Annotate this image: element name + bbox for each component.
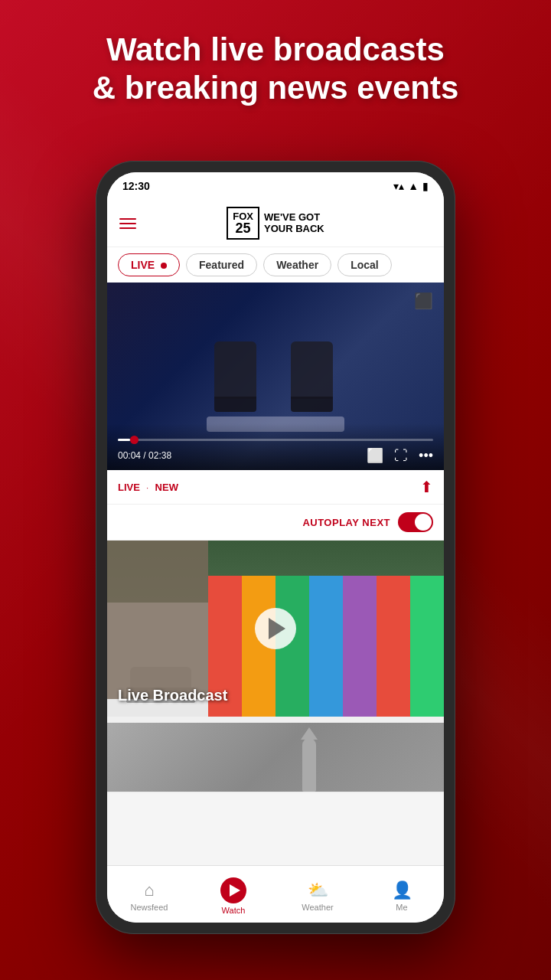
hamburger-button[interactable] — [119, 218, 136, 229]
tab-local[interactable]: Local — [337, 253, 392, 276]
bottom-nav: ⌂ Newsfeed Watch ⛅ Weather 👤 Me — [107, 865, 444, 923]
video-card-2[interactable] — [107, 723, 444, 792]
status-icons: ▾▴ ▲ ▮ — [393, 180, 429, 192]
fullscreen-icon[interactable]: ⛶ — [394, 448, 408, 464]
nav-weather[interactable]: ⛅ Weather — [276, 874, 360, 912]
more-options-icon[interactable]: ••• — [419, 448, 433, 464]
play-button[interactable] — [255, 608, 296, 649]
chair-right — [291, 341, 337, 418]
subtitles-icon[interactable]: ⬜ — [367, 447, 383, 464]
control-icons: ⬜ ⛶ ••• — [367, 447, 433, 464]
live-info-bar: LIVE · NEW ⬆ — [107, 470, 444, 505]
hero-text: Watch live broadcasts & breaking news ev… — [0, 31, 551, 108]
autoplay-toggle[interactable] — [398, 512, 433, 532]
nav-newsfeed-label: Newsfeed — [131, 903, 168, 912]
live-dot — [161, 263, 167, 269]
signal-icon: ▲ — [408, 180, 419, 192]
studio-scene — [199, 332, 352, 432]
tab-weather[interactable]: Weather — [263, 253, 331, 276]
video-controls: 00:04 / 02:38 ⬜ ⛶ ••• — [107, 423, 444, 470]
autoplay-row: AUTOPLAY NEXT — [107, 505, 444, 541]
dot-separator: · — [146, 484, 148, 492]
share-icon[interactable]: ⬆ — [420, 478, 433, 496]
phone-screen: 12:30 ▾▴ ▲ ▮ FOX 25 WE'VE GOT Y — [107, 172, 444, 923]
tab-featured[interactable]: Featured — [186, 253, 257, 276]
live-badge: LIVE — [118, 482, 140, 493]
toggle-thumb — [415, 514, 432, 531]
nav-me-label: Me — [396, 903, 407, 912]
live-new-badges: LIVE · NEW — [118, 480, 178, 494]
video-thumbnail-2 — [107, 723, 444, 792]
logo-tagline: WE'VE GOT YOUR BACK — [264, 212, 324, 234]
nav-weather-label: Weather — [302, 903, 333, 912]
progress-dot — [130, 436, 139, 444]
watch-circle — [220, 877, 246, 903]
time-display: 00:04 / 02:38 — [118, 450, 171, 461]
tab-live[interactable]: LIVE — [118, 253, 180, 276]
home-icon: ⌂ — [144, 880, 154, 900]
video-card-label: Live Broadcast — [118, 687, 227, 704]
cast-icon[interactable]: ⬛ — [414, 292, 433, 310]
hero-line1: Watch live broadcasts — [106, 31, 445, 67]
logo-num: 25 — [233, 221, 253, 235]
app-logo: FOX 25 WE'VE GOT YOUR BACK — [227, 207, 324, 240]
fox25-logo-box: FOX 25 — [227, 207, 259, 240]
weather-icon: ⛅ — [308, 880, 328, 900]
watch-play-icon — [230, 884, 240, 897]
nav-watch[interactable]: Watch — [191, 871, 276, 915]
battery-icon: ▮ — [422, 180, 429, 192]
nav-newsfeed[interactable]: ⌂ Newsfeed — [107, 874, 191, 912]
video-thumbnail-1: Live Broadcast — [107, 541, 444, 717]
nav-me[interactable]: 👤 Me — [360, 874, 444, 912]
chair-left — [214, 341, 260, 418]
video-card-1[interactable]: Live Broadcast — [107, 541, 444, 717]
video-player[interactable]: ⬛ 00:04 / 02:38 ⬜ ⛶ ••• — [107, 283, 444, 470]
nav-watch-label: Watch — [222, 906, 246, 915]
status-time: 12:30 — [122, 180, 150, 192]
tabs-bar: LIVE Featured Weather Local — [107, 247, 444, 283]
new-badge: NEW — [155, 482, 178, 493]
hero-line2: & breaking news events — [93, 70, 459, 106]
progress-bar[interactable] — [118, 439, 433, 441]
progress-fill — [118, 439, 130, 441]
autoplay-label: AUTOPLAY NEXT — [302, 517, 390, 528]
app-header: FOX 25 WE'VE GOT YOUR BACK — [107, 200, 444, 247]
content-area[interactable]: Live Broadcast — [107, 541, 444, 793]
status-bar: 12:30 ▾▴ ▲ ▮ — [107, 172, 444, 200]
profile-icon: 👤 — [392, 880, 412, 900]
controls-row: 00:04 / 02:38 ⬜ ⛶ ••• — [118, 447, 433, 464]
phone-frame: 12:30 ▾▴ ▲ ▮ FOX 25 WE'VE GOT Y — [96, 161, 455, 934]
wifi-icon: ▾▴ — [393, 180, 404, 192]
